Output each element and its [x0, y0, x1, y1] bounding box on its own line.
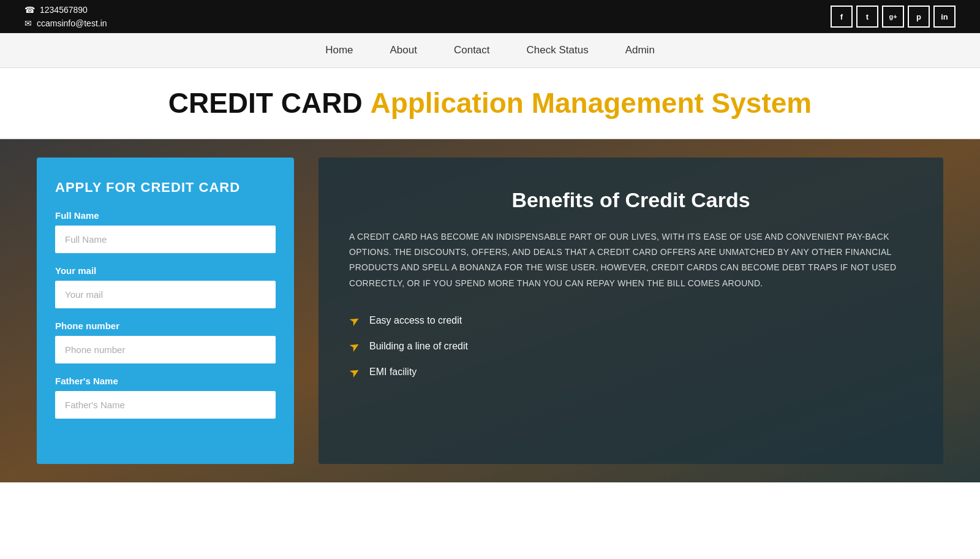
benefits-list: ➤ Easy access to credit ➤ Building a lin… [349, 313, 913, 379]
twitter-button[interactable]: t [856, 6, 878, 28]
full-name-group: Full Name [55, 210, 276, 253]
phone-label: Phone number [55, 321, 276, 331]
benefits-panel: Benefits of Credit Cards A CREDIT CARD H… [318, 158, 943, 464]
email-group: Your mail [55, 265, 276, 308]
benefits-description: A CREDIT CARD HAS BECOME AN INDISPENSABL… [349, 229, 913, 291]
navbar: Home About Contact Check Status Admin [0, 33, 980, 68]
application-form-panel: APPLY FOR CREDIT CARD Full Name Your mai… [37, 158, 294, 464]
title-gold: Application Management System [370, 87, 812, 119]
email-address: ccamsinfo@test.in [37, 18, 107, 28]
social-icons-group: f t g+ p in [831, 6, 956, 28]
arrow-icon-2: ➤ [346, 337, 363, 355]
phone-icon: ☎ [24, 5, 35, 15]
form-heading: APPLY FOR CREDIT CARD [55, 180, 276, 196]
googleplus-button[interactable]: g+ [882, 6, 904, 28]
arrow-icon-3: ➤ [346, 363, 363, 381]
email-icon: ✉ [24, 18, 32, 28]
nav-home[interactable]: Home [325, 44, 353, 56]
top-bar: ☎ 1234567890 ✉ ccamsinfo@test.in f t g+ … [0, 0, 980, 33]
facebook-button[interactable]: f [831, 6, 853, 28]
full-name-input[interactable] [55, 226, 276, 253]
nav-about[interactable]: About [390, 44, 417, 56]
phone-group: Phone number [55, 321, 276, 363]
email-label: Your mail [55, 265, 276, 276]
full-name-label: Full Name [55, 210, 276, 221]
hero-section: APPLY FOR CREDIT CARD Full Name Your mai… [0, 139, 980, 482]
father-name-input[interactable] [55, 391, 276, 419]
top-bar-left: ☎ 1234567890 ✉ ccamsinfo@test.in [24, 5, 107, 28]
benefit-label-1: Easy access to credit [369, 315, 462, 326]
email-contact: ✉ ccamsinfo@test.in [24, 18, 107, 28]
arrow-icon-1: ➤ [346, 311, 363, 329]
father-name-label: Father's Name [55, 376, 276, 386]
benefit-label-3: EMI facility [369, 367, 417, 378]
benefit-label-2: Building a line of credit [369, 341, 468, 352]
linkedin-button[interactable]: in [933, 6, 956, 28]
site-header: CREDIT CARD Application Management Syste… [0, 68, 980, 139]
phone-contact: ☎ 1234567890 [24, 5, 107, 15]
nav-contact[interactable]: Contact [454, 44, 490, 56]
title-black: CREDIT CARD [168, 87, 363, 119]
page-title: CREDIT CARD Application Management Syste… [12, 86, 968, 120]
benefits-heading: Benefits of Credit Cards [349, 188, 913, 212]
phone-input[interactable] [55, 336, 276, 363]
email-input[interactable] [55, 281, 276, 308]
benefit-item-2: ➤ Building a line of credit [349, 339, 913, 354]
nav-check-status[interactable]: Check Status [527, 44, 589, 56]
pinterest-button[interactable]: p [908, 6, 930, 28]
father-name-group: Father's Name [55, 376, 276, 419]
benefit-item-3: ➤ EMI facility [349, 365, 913, 379]
benefit-item-1: ➤ Easy access to credit [349, 313, 913, 328]
nav-admin[interactable]: Admin [625, 44, 655, 56]
phone-number: 1234567890 [40, 5, 88, 15]
